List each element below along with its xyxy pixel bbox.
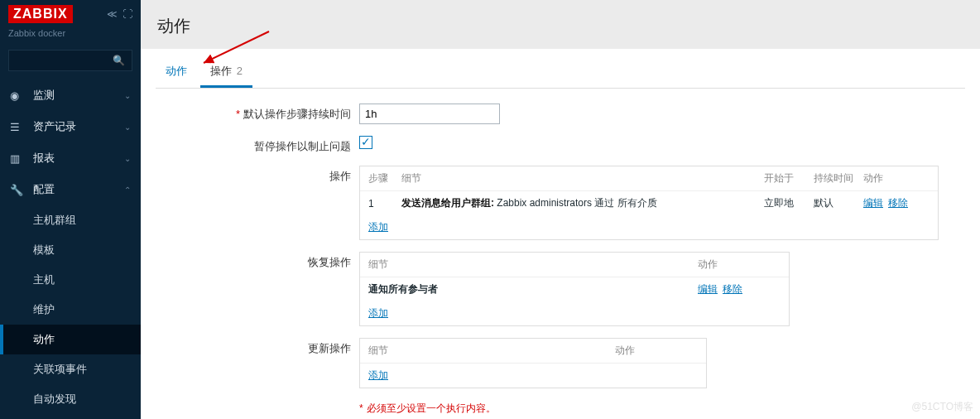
form-area: *默认操作步骤持续时间 暂停操作以制止问题 操作 步骤 bbox=[156, 89, 965, 419]
sidebar-collapse-icons[interactable]: ≪ ⛶ bbox=[107, 8, 132, 20]
tab-count: 2 bbox=[237, 65, 243, 77]
tab-operations[interactable]: 操作 2 bbox=[200, 57, 252, 88]
edit-link[interactable]: 编辑 bbox=[863, 197, 883, 209]
row-duration: *默认操作步骤持续时间 bbox=[156, 104, 965, 124]
recovery-table: 细节 动作 通知所有参与者 编辑移除 添加 bbox=[359, 252, 790, 326]
label-update-ops: 更新操作 bbox=[156, 338, 359, 356]
chevron-down-icon: ⌄ bbox=[124, 91, 131, 100]
cell-start: 立即地 bbox=[764, 196, 814, 210]
col-action: 动作 bbox=[698, 258, 781, 272]
recovery-add-row: 添加 bbox=[360, 301, 789, 325]
logo[interactable]: ZABBIX bbox=[8, 5, 73, 23]
sidebar-item-discovery[interactable]: 自动发现 bbox=[0, 384, 141, 414]
bar-chart-icon: ▥ bbox=[10, 152, 26, 165]
label-recovery: 恢复操作 bbox=[156, 252, 359, 270]
table-row: 1 发送消息给用户群组: Zabbix administrators 通过 所有… bbox=[360, 191, 938, 215]
add-recovery-link[interactable]: 添加 bbox=[368, 307, 388, 319]
sidebar-item-hosts[interactable]: 主机 bbox=[0, 265, 141, 295]
label-operations: 操作 bbox=[156, 166, 359, 184]
col-duration: 持续时间 bbox=[814, 171, 863, 185]
pause-checkbox[interactable] bbox=[359, 136, 372, 149]
watermark: @51CTO博客 bbox=[911, 400, 973, 414]
col-start: 开始于 bbox=[764, 171, 814, 185]
col-step: 步骤 bbox=[368, 171, 401, 185]
eye-icon: ◉ bbox=[10, 89, 26, 102]
label-duration: *默认操作步骤持续时间 bbox=[156, 104, 359, 122]
cell-actions: 编辑移除 bbox=[863, 196, 930, 210]
sidebar-item-correlation[interactable]: 关联项事件 bbox=[0, 354, 141, 384]
server-name: Zabbix docker bbox=[0, 28, 141, 46]
search-input[interactable]: 🔍 bbox=[8, 50, 132, 71]
update-header: 细节 动作 bbox=[360, 339, 706, 364]
col-action: 动作 bbox=[863, 171, 930, 185]
row-update-ops: 更新操作 细节 动作 添加 bbox=[156, 338, 965, 388]
page-title: 动作 bbox=[157, 15, 963, 37]
cell-duration: 默认 bbox=[814, 196, 863, 210]
nav-inventory[interactable]: ☰ 资产记录 ⌄ bbox=[0, 111, 141, 142]
update-table: 细节 动作 添加 bbox=[359, 338, 707, 388]
row-recovery: 恢复操作 细节 动作 通知所有参与者 编辑移除 bbox=[156, 252, 965, 326]
sidebar-item-templates[interactable]: 模板 bbox=[0, 235, 141, 265]
cell-actions: 编辑移除 bbox=[698, 282, 781, 296]
remove-link[interactable]: 移除 bbox=[723, 283, 742, 295]
tab-row: 动作 操作 2 bbox=[156, 49, 965, 89]
duration-input[interactable] bbox=[359, 104, 500, 124]
nav-label: 配置 bbox=[33, 182, 55, 197]
page-header: 动作 bbox=[141, 0, 980, 49]
nav-configuration[interactable]: 🔧 配置 ⌃ bbox=[0, 174, 141, 205]
col-detail: 细节 bbox=[368, 344, 615, 358]
col-detail: 细节 bbox=[368, 258, 698, 272]
col-action: 动作 bbox=[615, 344, 698, 358]
config-submenu: 主机群组 模板 主机 维护 动作 关联项事件 自动发现 服务 bbox=[0, 205, 141, 419]
search-icon: 🔍 bbox=[113, 55, 125, 66]
label-pause: 暂停操作以制止问题 bbox=[156, 136, 359, 154]
sidebar-item-hostgroups[interactable]: 主机群组 bbox=[0, 205, 141, 235]
add-operation-link[interactable]: 添加 bbox=[368, 221, 388, 233]
nav-reports[interactable]: ▥ 报表 ⌄ bbox=[0, 142, 141, 174]
chevron-up-icon: ⌃ bbox=[124, 185, 131, 195]
ops-add-row: 添加 bbox=[360, 215, 938, 239]
tab-action[interactable]: 动作 bbox=[156, 57, 197, 88]
list-icon: ☰ bbox=[10, 121, 26, 133]
sidebar: ZABBIX ≪ ⛶ Zabbix docker 🔍 ◉ 监测 ⌄ ☰ 资产记录… bbox=[0, 0, 141, 419]
cell-step: 1 bbox=[368, 198, 401, 210]
chevron-down-icon: ⌄ bbox=[124, 154, 131, 163]
cell-detail: 发送消息给用户群组: Zabbix administrators 通过 所有介质 bbox=[401, 196, 764, 210]
wrench-icon: 🔧 bbox=[10, 184, 26, 196]
row-pause: 暂停操作以制止问题 bbox=[156, 136, 965, 154]
row-hint: *必须至少设置一个执行内容。 更新 克隆 删除 取消 bbox=[156, 400, 965, 419]
ops-table-body: 1 发送消息给用户群组: Zabbix administrators 通过 所有… bbox=[360, 191, 938, 215]
sidebar-item-actions[interactable]: 动作 bbox=[0, 325, 141, 354]
update-add-row: 添加 bbox=[360, 364, 706, 388]
nav-label: 监测 bbox=[33, 88, 55, 103]
recovery-header: 细节 动作 bbox=[360, 253, 789, 277]
nav-label: 报表 bbox=[33, 151, 55, 166]
required-hint: *必须至少设置一个执行内容。 bbox=[359, 400, 583, 419]
nav-label: 资产记录 bbox=[33, 119, 76, 134]
cell-detail: 通知所有参与者 bbox=[368, 282, 698, 296]
col-detail: 细节 bbox=[401, 171, 764, 185]
required-asterisk: * bbox=[236, 108, 240, 120]
operations-table: 步骤 细节 开始于 持续时间 动作 1 发送消息给用户群组: Zabbix ad… bbox=[359, 166, 939, 240]
row-operations: 操作 步骤 细节 开始于 持续时间 动作 1 bbox=[156, 166, 965, 240]
table-row: 通知所有参与者 编辑移除 bbox=[360, 277, 789, 301]
add-update-link[interactable]: 添加 bbox=[368, 369, 388, 381]
main: 动作 动作 操作 2 *默认操作步骤持续时间 暂停操作以制止问题 bbox=[141, 0, 980, 419]
content-panel: 动作 操作 2 *默认操作步骤持续时间 暂停操作以制止问题 bbox=[141, 49, 980, 419]
remove-link[interactable]: 移除 bbox=[888, 197, 908, 209]
edit-link[interactable]: 编辑 bbox=[698, 283, 718, 295]
tab-label: 操作 bbox=[210, 65, 232, 77]
logo-row: ZABBIX ≪ ⛶ bbox=[0, 0, 141, 28]
collapse-icon[interactable]: ≪ bbox=[107, 8, 118, 20]
sidebar-item-maintenance[interactable]: 维护 bbox=[0, 295, 141, 325]
sidebar-item-services[interactable]: 服务 bbox=[0, 414, 141, 419]
tab-label: 动作 bbox=[166, 65, 187, 77]
chevron-down-icon: ⌄ bbox=[124, 123, 131, 132]
nav-monitoring[interactable]: ◉ 监测 ⌄ bbox=[0, 79, 141, 111]
fullscreen-icon[interactable]: ⛶ bbox=[122, 8, 132, 20]
ops-table-header: 步骤 细节 开始于 持续时间 动作 bbox=[360, 166, 938, 191]
